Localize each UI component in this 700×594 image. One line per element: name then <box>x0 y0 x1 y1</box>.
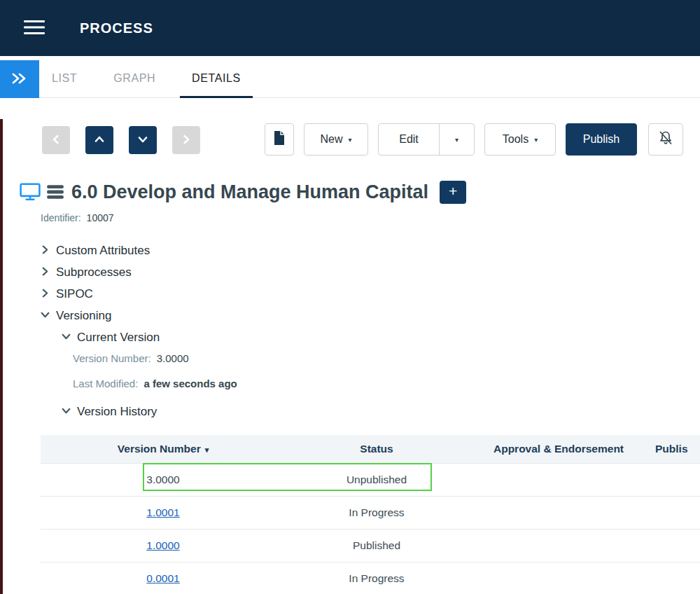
tab-bar: LIST GRAPH DETAILS <box>0 60 700 98</box>
version-value: 3.0000 <box>146 474 179 485</box>
tab-details[interactable]: DETAILS <box>180 60 253 98</box>
monitor-icon <box>20 183 41 201</box>
caret-down-icon: ▾ <box>534 136 538 144</box>
section-subprocesses[interactable]: Subprocesses <box>41 263 132 282</box>
tab-graph[interactable]: GRAPH <box>102 60 167 98</box>
identifier-value: 10007 <box>87 212 114 223</box>
cell-publish <box>650 464 700 497</box>
bell-off-icon <box>658 130 673 148</box>
cell-status: Unpublished <box>286 464 468 497</box>
new-button-label: New <box>320 133 342 146</box>
section-label: SIPOC <box>56 287 93 301</box>
chevron-down-icon <box>136 133 149 148</box>
cell-status: Published <box>286 530 468 562</box>
section-current-version[interactable]: Current Version <box>62 329 160 347</box>
add-button[interactable]: + <box>440 181 466 204</box>
cell-version: 3.0000 <box>41 464 286 497</box>
cell-publish <box>650 530 700 562</box>
chevron-down-icon <box>41 309 50 323</box>
chevron-up-icon <box>93 133 106 148</box>
tools-button[interactable]: Tools ▾ <box>484 123 556 156</box>
nav-up-button[interactable] <box>85 126 113 154</box>
cell-approval <box>468 530 650 562</box>
version-number-label: Version Number: <box>73 352 151 364</box>
cell-approval <box>468 497 650 530</box>
status-value: In Progress <box>349 572 404 584</box>
caret-down-icon: ▾ <box>455 136 458 144</box>
document-button[interactable] <box>265 123 294 156</box>
version-link[interactable]: 1.0001 <box>146 506 179 518</box>
version-link[interactable]: 1.0000 <box>146 539 179 551</box>
header-publish[interactable]: Publis <box>650 435 700 464</box>
page-title: 6.0 Develop and Manage Human Capital <box>71 181 428 203</box>
table-row: 1.0001 In Progress <box>41 497 700 530</box>
chevron-right-icon <box>41 287 50 301</box>
section-sipoc[interactable]: SIPOC <box>41 285 93 303</box>
cell-publish <box>650 562 700 594</box>
chevron-down-icon <box>62 331 71 345</box>
section-custom-attributes[interactable]: Custom Attributes <box>41 242 150 260</box>
header-status[interactable]: Status <box>286 435 468 464</box>
cell-publish <box>650 497 700 530</box>
table-row: 3.0000 Unpublished <box>41 464 700 497</box>
section-label: Subprocesses <box>56 265 132 279</box>
new-button[interactable]: New ▾ <box>304 123 368 156</box>
section-versioning[interactable]: Versioning <box>41 307 111 325</box>
tools-button-label: Tools <box>503 133 528 146</box>
tabs: LIST GRAPH DETAILS <box>40 60 265 98</box>
cell-status: In Progress <box>286 562 468 594</box>
chevron-down-icon <box>62 405 71 419</box>
header-label: Version Number <box>118 443 201 455</box>
header-version-number[interactable]: Version Number▾ <box>41 435 286 464</box>
edit-dropdown-button[interactable]: ▾ <box>439 124 474 155</box>
section-label: Custom Attributes <box>56 244 150 258</box>
section-version-history[interactable]: Version History <box>62 403 157 421</box>
section-label: Current Version <box>77 331 160 345</box>
cell-approval <box>468 562 650 594</box>
nav-next-button[interactable] <box>172 126 200 154</box>
page-heading: 6.0 Develop and Manage Human Capital + <box>20 178 466 206</box>
layers-stack-icon <box>46 184 64 200</box>
notifications-off-button[interactable] <box>648 123 683 156</box>
version-link[interactable]: 0.0001 <box>146 572 179 584</box>
header-approval-endorsement[interactable]: Approval & Endorsement <box>468 435 650 464</box>
edit-split-button: Edit ▾ <box>378 123 475 156</box>
chevron-right-icon <box>41 265 50 279</box>
double-chevron-right-icon <box>11 72 28 87</box>
status-value: In Progress <box>349 506 404 518</box>
section-label: Versioning <box>56 309 111 323</box>
hamburger-menu-button[interactable] <box>22 19 46 37</box>
cell-status: In Progress <box>286 497 468 530</box>
cell-version: 1.0001 <box>41 497 286 530</box>
app-title: PROCESS <box>80 20 153 36</box>
app-bar: PROCESS <box>0 0 700 56</box>
caret-down-icon: ▾ <box>348 136 351 144</box>
cell-version: 1.0000 <box>41 530 286 562</box>
hamburger-icon <box>24 19 45 38</box>
version-number-row: Version Number: 3.0000 <box>73 352 189 364</box>
nav-previous-button[interactable] <box>42 126 70 154</box>
section-label: Version History <box>77 405 157 419</box>
status-value: Unpublished <box>346 474 407 485</box>
last-modified-value: a few seconds ago <box>144 378 237 389</box>
table-row: 0.0001 In Progress <box>41 562 700 594</box>
identifier-row: Identifier: 10007 <box>41 212 114 223</box>
version-number-value: 3.0000 <box>157 352 189 364</box>
chevron-right-icon <box>41 244 50 258</box>
expand-panel-button[interactable] <box>0 60 39 98</box>
nav-down-button[interactable] <box>129 126 157 154</box>
chevron-right-icon <box>180 133 192 148</box>
header-label: Publis <box>655 443 688 455</box>
tab-list[interactable]: LIST <box>40 60 89 98</box>
cell-approval <box>468 464 650 497</box>
chevron-left-icon <box>50 133 62 148</box>
document-icon <box>273 130 286 148</box>
table-row: 1.0000 Published <box>41 530 700 562</box>
plus-icon: + <box>449 184 457 198</box>
publish-button[interactable]: Publish <box>566 123 637 156</box>
version-history-table: Version Number▾ Status Approval & Endors… <box>41 435 700 594</box>
header-label: Approval & Endorsement <box>493 443 624 455</box>
left-edge-strip <box>0 119 3 594</box>
edit-button[interactable]: Edit <box>379 124 439 155</box>
last-modified-row: Last Modified: a few seconds ago <box>73 378 237 389</box>
